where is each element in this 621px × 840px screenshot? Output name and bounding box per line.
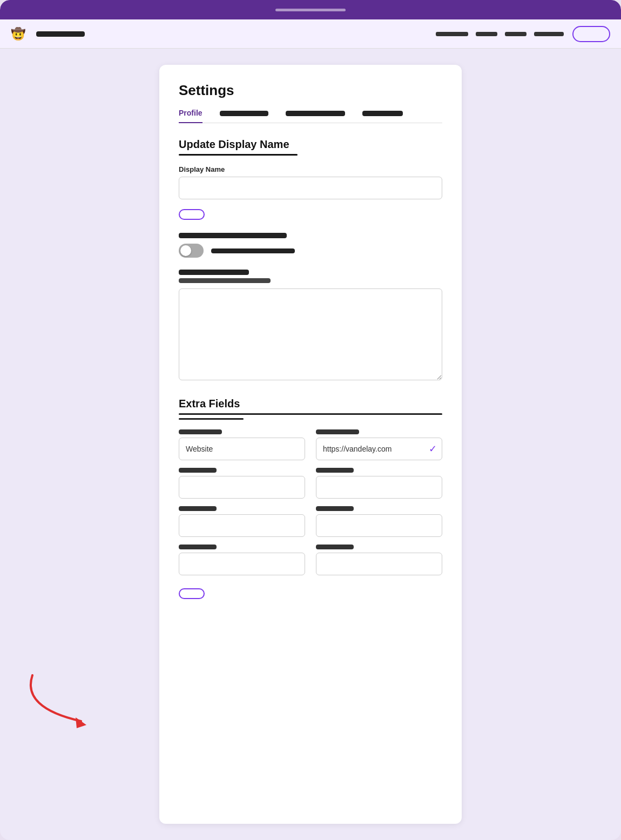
tab-2[interactable]	[215, 109, 268, 123]
toggle-row	[179, 244, 442, 258]
extra-fields-save-button[interactable]	[179, 588, 205, 599]
section-title-display-name: Update Display Name	[179, 138, 442, 151]
extra-input-2-1[interactable]	[179, 514, 305, 537]
update-display-name-section: Update Display Name Display Name	[179, 138, 442, 233]
extra-fields-title: Extra Fields	[179, 398, 442, 410]
tab-4-bar	[362, 111, 403, 116]
settings-card: Settings Profile Update Display Name Dis…	[159, 65, 462, 824]
tab-2-bar	[220, 111, 268, 116]
website-value-input[interactable]	[316, 438, 442, 460]
extra-row-1-col2-label	[316, 468, 354, 473]
extra-input-1-2[interactable]	[316, 476, 442, 499]
toggle-desc-bar	[211, 248, 295, 253]
top-bar-pill	[275, 9, 346, 11]
extra-field-2-1	[179, 514, 305, 537]
website-key-group	[179, 438, 305, 460]
col-header-key	[179, 429, 222, 434]
extra-row-3-col2-label	[316, 545, 354, 549]
extra-field-1-2	[316, 476, 442, 499]
col-header-value	[316, 429, 359, 434]
extra-row-1-col1-label	[179, 468, 217, 473]
toggle-knob	[180, 245, 191, 256]
extra-row-3-labels	[179, 545, 442, 549]
bio-section	[179, 270, 442, 382]
extra-fields-section: Extra Fields ✓	[179, 398, 442, 612]
bio-textarea[interactable]	[179, 288, 442, 380]
toggle-switch[interactable]	[179, 244, 204, 258]
content-area: Settings Profile Update Display Name Dis…	[0, 49, 621, 840]
website-row: ✓	[179, 438, 442, 460]
tab-3[interactable]	[281, 109, 345, 123]
website-check-icon: ✓	[429, 443, 437, 455]
nav-links	[436, 32, 564, 36]
extra-row-2-labels	[179, 506, 442, 511]
nav-button[interactable]	[572, 26, 610, 42]
extra-field-1-1	[179, 476, 305, 499]
bio-label-bar	[179, 270, 249, 275]
extra-divider-short	[179, 418, 244, 420]
display-name-label: Display Name	[179, 165, 442, 173]
extra-row-2-col2-label	[316, 506, 354, 511]
display-name-save-button[interactable]	[179, 209, 205, 220]
extra-input-3-2[interactable]	[316, 553, 442, 575]
app-name-bar	[36, 31, 85, 37]
toggle-label-bar	[179, 233, 287, 238]
nav-link-1[interactable]	[436, 32, 468, 36]
tab-3-bar	[286, 111, 345, 116]
section-divider	[179, 154, 298, 156]
bottom-save-container	[179, 586, 442, 612]
extra-input-2-2[interactable]	[316, 514, 442, 537]
extra-row-3-inputs	[179, 553, 442, 575]
top-bar	[0, 0, 621, 19]
col-header-row	[179, 429, 442, 434]
extra-input-1-1[interactable]	[179, 476, 305, 499]
app-emoji: 🤠	[11, 27, 25, 41]
extra-row-2-inputs	[179, 514, 442, 537]
website-value-group: ✓	[316, 438, 442, 460]
extra-input-3-1[interactable]	[179, 553, 305, 575]
tab-profile[interactable]: Profile	[179, 109, 202, 123]
display-name-input[interactable]	[179, 177, 442, 199]
nav-bar: 🤠	[0, 19, 621, 49]
extra-field-3-2	[316, 553, 442, 575]
nav-link-2[interactable]	[476, 32, 497, 36]
nav-link-4[interactable]	[534, 32, 564, 36]
extra-field-2-2	[316, 514, 442, 537]
nav-link-3[interactable]	[505, 32, 526, 36]
toggle-section	[179, 233, 442, 258]
website-key-input[interactable]	[179, 438, 305, 460]
extra-row-1-inputs	[179, 476, 442, 499]
extra-row-2-col1-label	[179, 506, 217, 511]
bio-sublabel-bar	[179, 278, 271, 283]
extra-field-3-1	[179, 553, 305, 575]
tabs-bar: Profile	[179, 109, 442, 123]
page-title: Settings	[179, 82, 442, 99]
tab-4[interactable]	[358, 109, 403, 123]
extra-row-3-col1-label	[179, 545, 217, 549]
extra-divider-long	[179, 413, 442, 415]
extra-row-1-labels	[179, 468, 442, 473]
